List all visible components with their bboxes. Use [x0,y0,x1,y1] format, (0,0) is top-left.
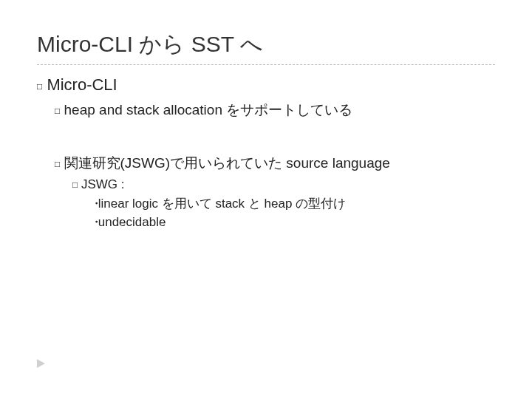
sub-heading-text: JSWG : [81,177,125,191]
sub-item-undecidable: ・ undecidable [90,214,495,231]
bullet-dot-icon: ・ [90,214,95,231]
bullet-box-icon: □ [55,106,60,116]
point-text: heap and stack allocation をサポートしている [64,102,353,117]
bullet-box-icon: □ [55,159,60,169]
point-text: 関連研究(JSWG)で用いられていた source language [64,155,390,171]
sub-item-text: undecidable [98,215,166,229]
point-heap-stack: □ heap and stack allocation をサポートしている [55,100,495,120]
sub-heading-jswg: □ JSWG : [72,177,495,192]
sub-item-text: linear logic を用いて stack と heap の型付け [98,197,346,211]
slide: Micro-CLI から SST へ □ Micro-CLI □ heap an… [0,0,532,399]
slide-title: Micro-CLI から SST へ [37,30,495,65]
bullet-box-icon: □ [37,81,42,92]
point-related-work: □ 関連研究(JSWG)で用いられていた source language [55,154,495,173]
bullet-dot-icon: ・ [90,195,95,212]
sub-item-linear-logic: ・ linear logic を用いて stack と heap の型付け [90,195,495,212]
bullet-box-icon: □ [72,180,78,190]
heading-micro-cli: □ Micro-CLI [37,75,495,95]
corner-arrow-icon [37,359,45,368]
spacer [37,124,495,151]
heading-text: Micro-CLI [47,75,117,94]
